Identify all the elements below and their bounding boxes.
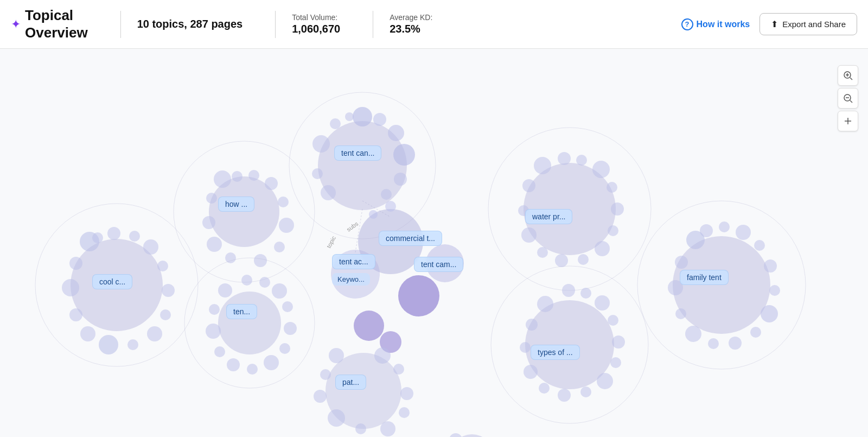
svg-point-37	[399, 407, 410, 418]
node-keywo[interactable]: Keywo...	[332, 273, 370, 286]
svg-point-134	[764, 259, 777, 273]
app-container: ✦ Topical Overview 10 topics, 287 pages …	[0, 0, 868, 437]
svg-point-31	[329, 348, 344, 363]
node-tent-can[interactable]: tent can...	[334, 145, 381, 161]
svg-point-46	[214, 170, 231, 188]
how-it-works-label: How it works	[697, 20, 750, 29]
svg-point-78	[69, 308, 82, 321]
svg-point-27	[398, 275, 439, 316]
svg-point-135	[754, 240, 765, 251]
svg-point-112	[539, 383, 550, 394]
node-commercial-t[interactable]: commercial t...	[379, 231, 442, 246]
svg-point-51	[254, 254, 267, 267]
svg-point-18	[312, 168, 323, 179]
svg-point-100	[608, 225, 618, 236]
reset-zoom-button[interactable]	[838, 111, 858, 131]
svg-point-69	[282, 301, 293, 312]
svg-point-36	[380, 421, 395, 436]
svg-point-128	[685, 326, 701, 342]
svg-point-114	[580, 387, 591, 397]
sparkle-icon: ✦	[11, 18, 21, 30]
divider-1	[120, 11, 121, 38]
svg-point-49	[207, 237, 222, 252]
node-water-pr[interactable]: water pr...	[525, 209, 572, 224]
total-volume-stat: Total Volume: 1,060,670	[292, 13, 356, 35]
header-right: ? How it works ⬆ Export and Share	[681, 13, 857, 35]
total-volume-value: 1,060,670	[292, 23, 340, 35]
topics-pages-value: 10 topics, 287 pages	[137, 18, 243, 30]
svg-point-15	[394, 173, 407, 186]
svg-point-132	[761, 305, 778, 322]
svg-point-19	[312, 135, 330, 153]
svg-point-121	[562, 284, 575, 297]
svg-point-129	[708, 338, 719, 349]
svg-point-96	[537, 247, 548, 258]
svg-line-3	[850, 78, 852, 80]
svg-point-40	[374, 347, 391, 364]
divider-2	[275, 11, 276, 38]
svg-point-79	[80, 326, 95, 341]
svg-point-56	[248, 170, 259, 181]
svg-point-108	[537, 296, 553, 312]
zoom-controls	[838, 65, 858, 131]
svg-point-65	[247, 364, 258, 375]
svg-point-53	[279, 218, 294, 233]
topic-canvas: subs topic pillar tent can... commercial…	[0, 49, 868, 437]
svg-point-85	[157, 261, 168, 271]
svg-point-103	[592, 161, 610, 178]
svg-point-92	[534, 157, 551, 174]
svg-point-133	[769, 285, 780, 296]
svg-point-64	[227, 358, 240, 371]
svg-point-71	[259, 277, 270, 288]
svg-point-131	[750, 327, 761, 338]
svg-point-61	[209, 304, 220, 315]
svg-point-12	[373, 113, 386, 126]
node-tent-cam[interactable]: tent cam...	[414, 257, 463, 272]
svg-point-35	[355, 423, 366, 434]
node-ten[interactable]: ten...	[226, 304, 257, 319]
svg-point-63	[214, 346, 225, 357]
svg-point-116	[610, 357, 621, 368]
svg-point-84	[162, 284, 175, 297]
svg-point-66	[264, 355, 279, 370]
svg-line-6	[850, 100, 852, 103]
svg-point-24	[369, 210, 378, 219]
svg-point-104	[576, 155, 587, 166]
svg-point-16	[381, 189, 392, 200]
svg-point-125	[675, 256, 688, 269]
svg-point-32	[320, 369, 331, 380]
zoom-out-button[interactable]	[838, 88, 858, 109]
svg-point-55	[265, 177, 278, 190]
svg-point-86	[143, 239, 158, 255]
svg-point-60	[218, 283, 232, 297]
export-share-label: Export and Share	[782, 20, 846, 29]
export-share-button[interactable]: ⬆ Export and Share	[760, 13, 857, 35]
node-cool-c[interactable]: cool c...	[92, 274, 132, 289]
svg-point-48	[202, 216, 215, 229]
svg-point-67	[279, 343, 290, 354]
svg-point-57	[232, 171, 242, 182]
how-it-works-button[interactable]: ? How it works	[681, 18, 750, 30]
svg-point-88	[107, 227, 120, 240]
node-tent-ac[interactable]: tent ac...	[332, 254, 375, 269]
zoom-in-button[interactable]	[838, 65, 858, 86]
header: ✦ Topical Overview 10 topics, 287 pages …	[0, 0, 868, 49]
svg-point-117	[612, 335, 625, 349]
svg-point-38	[400, 387, 413, 400]
svg-point-102	[607, 182, 617, 193]
svg-point-95	[521, 227, 537, 243]
svg-point-34	[328, 409, 345, 427]
svg-point-127	[675, 308, 686, 319]
svg-point-47	[206, 193, 217, 204]
question-icon: ?	[681, 18, 693, 30]
svg-point-17	[321, 185, 336, 200]
node-family-tent[interactable]: family tent	[680, 270, 729, 285]
node-pat[interactable]: pat...	[335, 375, 366, 390]
node-types-of[interactable]: types of ...	[531, 345, 580, 360]
svg-point-81	[127, 339, 138, 350]
svg-point-76	[69, 257, 82, 270]
svg-point-98	[578, 254, 589, 265]
node-how[interactable]: how ...	[218, 197, 254, 212]
svg-point-59	[218, 292, 281, 354]
svg-point-39	[393, 364, 404, 375]
